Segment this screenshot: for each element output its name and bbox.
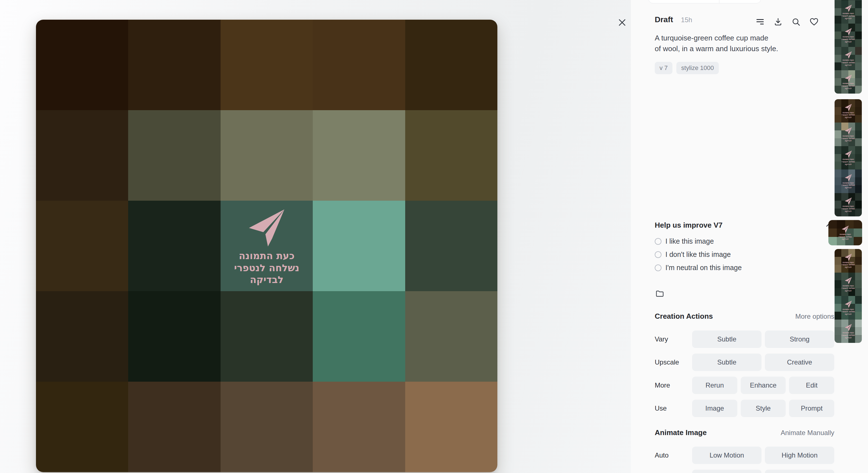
- action-row-vary: VarySubtleStrong: [655, 330, 834, 348]
- thumbnail[interactable]: כעת התמונהנשלחה לנטפרילבדיקה: [835, 273, 862, 296]
- animate-manually-link[interactable]: Animate Manually: [781, 429, 834, 437]
- action-row-auto: AutoLow MotionHigh Motion: [655, 447, 834, 464]
- creation-actions-header: Creation Actions More options: [655, 312, 834, 321]
- thumbnail[interactable]: כעת התמונהנשלחה לנטפרילבדיקה: [835, 70, 862, 94]
- vary-subtle-button[interactable]: Subtle: [692, 330, 762, 348]
- thumbnail[interactable]: כעת התמונהנשלחה לנטפרילבדיקה: [835, 122, 862, 146]
- thumbnail[interactable]: כעת התמונהנשלחה לנטפרילבדיקה: [835, 146, 862, 170]
- auto-high-motion-button[interactable]: High Motion: [765, 447, 834, 464]
- mosaic-cell: [405, 201, 497, 291]
- download-button[interactable]: [772, 16, 784, 28]
- status-badge: Draft: [655, 15, 673, 24]
- row-buttons: ImageStylePrompt: [692, 400, 834, 417]
- animate-title: Animate Image: [655, 428, 707, 437]
- mosaic-cell: [221, 20, 313, 110]
- radio-icon[interactable]: [655, 238, 661, 245]
- thumbnail-mosaic: [835, 146, 862, 170]
- generated-image[interactable]: כעת התמונה נשלחה לנטפרי לבדיקה: [36, 20, 497, 472]
- creation-actions-rows: VarySubtleStrongUpscaleSubtleCreativeMor…: [655, 330, 834, 417]
- status-row: Draft 15h: [655, 15, 692, 24]
- thumbnail-group-1: כעת התמונהנשלחה לנטפרילבדיקהכעת התמונהנש…: [835, 99, 862, 216]
- mosaic-cell: [221, 110, 313, 201]
- auto-low-motion-button[interactable]: Low Motion: [692, 447, 762, 464]
- mosaic-cell: [36, 20, 128, 110]
- more-edit-button[interactable]: Edit: [789, 377, 834, 394]
- thumbnail[interactable]: כעת התמונהנשלחה לנטפרילבדיקה: [835, 170, 862, 193]
- version-pill[interactable]: v 7: [655, 62, 673, 74]
- thumbnail-mosaic: [835, 193, 862, 216]
- use-prompt-button[interactable]: Prompt: [789, 400, 834, 417]
- thumbnail[interactable]: כעת התמונהנשלחה לנטפרילבדיקה: [835, 320, 862, 343]
- thumbnail[interactable]: כעת התמונהנשלחה לנטפרילבדיקה: [835, 47, 862, 70]
- search-icon: [792, 18, 801, 26]
- mosaic-cell: [405, 110, 497, 201]
- radio-icon[interactable]: [655, 251, 661, 258]
- download-icon: [774, 18, 782, 26]
- mosaic-cell: [128, 201, 220, 291]
- row-label-auto: Auto: [655, 451, 669, 459]
- stylize-pill[interactable]: stylize 1000: [676, 62, 718, 74]
- thumbnail-mosaic: [835, 249, 862, 273]
- mosaic-cell: [313, 201, 405, 291]
- thumbnail-selected[interactable]: כעת התמונהנשלחה לנטפרילבדיקה: [828, 220, 862, 245]
- use-style-button[interactable]: Style: [741, 400, 786, 417]
- row-buttons: RerunEnhanceEdit: [692, 377, 834, 394]
- mosaic-cell: [221, 201, 313, 291]
- close-button[interactable]: [615, 16, 629, 29]
- thumbnail-group-0: כעת התמונהנשלחה לנטפרילבדיקהכעת התמונהנש…: [835, 0, 862, 94]
- vary-strong-button[interactable]: Strong: [765, 330, 834, 348]
- folder-icon: [656, 290, 664, 297]
- thumbnail-mosaic: [835, 70, 862, 94]
- prompt-text: A turquoise-green coffee cup made of woo…: [655, 33, 806, 54]
- more-options-link[interactable]: More options: [795, 313, 834, 320]
- row-label-vary: Vary: [655, 335, 668, 343]
- feedback-option-2[interactable]: I'm neutral on this image: [655, 264, 742, 272]
- thumbnail[interactable]: כעת התמונהנשלחה לנטפרילבדיקה: [835, 296, 862, 320]
- mosaic-cell: [313, 291, 405, 382]
- search-button[interactable]: [790, 16, 802, 28]
- mosaic-cell: [313, 382, 405, 472]
- mosaic-cell: [128, 291, 220, 382]
- thumbnail[interactable]: כעת התמונהנשלחה לנטפרילבדיקה: [835, 193, 862, 216]
- upscale-creative-button[interactable]: Creative: [765, 354, 834, 371]
- animate-rows: AutoLow MotionHigh MotionLoopLow MotionH…: [655, 447, 834, 473]
- timestamp: 15h: [681, 16, 692, 24]
- mosaic-cell: [405, 20, 497, 110]
- more-enhance-button[interactable]: Enhance: [741, 377, 786, 394]
- row-buttons: Low MotionHigh Motion: [692, 447, 834, 464]
- action-row-upscale: UpscaleSubtleCreative: [655, 354, 834, 371]
- thumbnail[interactable]: כעת התמונהנשלחה לנטפרילבדיקה: [835, 24, 862, 47]
- row-label-more: More: [655, 381, 670, 389]
- action-row-use: UseImageStylePrompt: [655, 400, 834, 417]
- thumbnail-mosaic: [835, 122, 862, 146]
- radio-label: I like this image: [665, 237, 714, 245]
- feedback-option-0[interactable]: I like this image: [655, 237, 742, 245]
- upscale-subtle-button[interactable]: Subtle: [692, 354, 762, 371]
- filter-options-button[interactable]: [754, 16, 766, 28]
- action-row-more: MoreRerunEnhanceEdit: [655, 377, 834, 394]
- more-rerun-button[interactable]: Rerun: [692, 377, 737, 394]
- like-button[interactable]: [808, 16, 820, 28]
- mosaic-cell: [36, 382, 128, 472]
- radio-label: I don't like this image: [665, 250, 731, 259]
- thumbnail-mosaic: [835, 170, 862, 193]
- thumbnail-mosaic: [835, 320, 862, 343]
- loop-high-motion-button[interactable]: High Motion: [765, 470, 834, 473]
- thumbnail-mosaic: [828, 220, 862, 245]
- mosaic-cell: [128, 382, 220, 472]
- thumbnail[interactable]: כעת התמונהנשלחה לנטפרילבדיקה: [835, 0, 862, 24]
- add-to-folder-button[interactable]: [654, 289, 665, 299]
- thumbnail-mosaic: [835, 0, 862, 24]
- thumbnail-mosaic: [835, 99, 862, 122]
- thumbnail[interactable]: כעת התמונהנשלחה לנטפרילבדיקה: [835, 249, 862, 273]
- header-actions: [754, 16, 820, 28]
- use-image-button[interactable]: Image: [692, 400, 737, 417]
- radio-icon[interactable]: [655, 264, 661, 271]
- thumbnail[interactable]: כעת התמונהנשלחה לנטפרילבדיקה: [835, 99, 862, 122]
- radio-label: I'm neutral on this image: [665, 264, 742, 272]
- thumbnail-group-selected: כעת התמונהנשלחה לנטפרילבדיקה: [828, 220, 862, 245]
- feedback-options: I like this imageI don't like this image…: [655, 237, 742, 272]
- loop-low-motion-button[interactable]: Low Motion: [692, 470, 762, 473]
- thumbnail-mosaic: [835, 296, 862, 320]
- feedback-option-1[interactable]: I don't like this image: [655, 250, 742, 259]
